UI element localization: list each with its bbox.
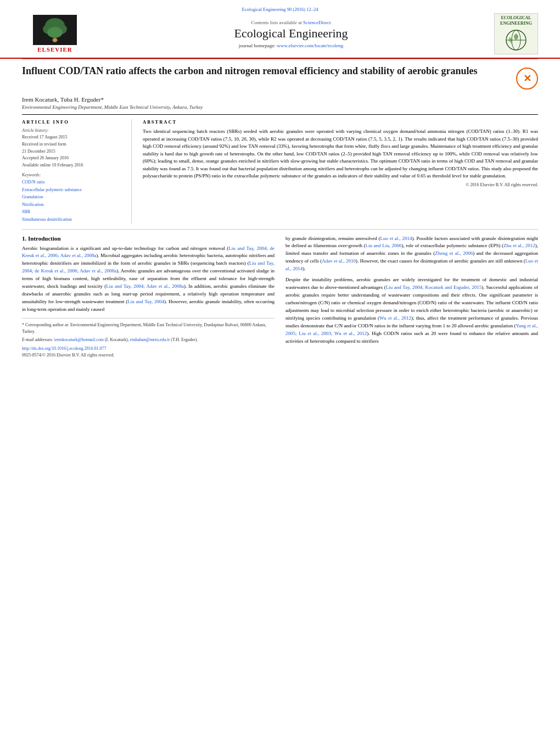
authors: Irem Kocaturk, Tuba H. Erguder* (22, 96, 538, 103)
keywords-list: COD/N ratio Extracellular polymeric subs… (22, 178, 124, 224)
keyword-1: COD/N ratio (22, 178, 124, 186)
main-content: 1. Introduction Aerobic biogranulation i… (22, 235, 538, 359)
keyword-5: SBR (22, 208, 124, 216)
elsevier-logo: ELSEVIER (22, 15, 88, 53)
intro-paragraph-right-1: by granule disintegration, remains unres… (285, 235, 538, 274)
crossmark-badge[interactable]: ✕ (516, 68, 538, 90)
contents-available: Contents lists available at ScienceDirec… (99, 20, 483, 25)
left-column: 1. Introduction Aerobic biogranulation i… (22, 235, 275, 359)
main-content-divider (22, 229, 538, 230)
article-history-label: Article history: (22, 128, 124, 133)
header-main: ELSEVIER Contents lists available at Sci… (22, 13, 538, 54)
journal-info: Contents lists available at ScienceDirec… (88, 20, 494, 48)
keyword-3: Granulation (22, 193, 124, 201)
svg-point-6 (52, 38, 58, 42)
right-column: by granule disintegration, remains unres… (285, 235, 538, 359)
article-history-section: Article history: Received 17 August 2015… (22, 128, 124, 169)
received-revised-label: Received in revised form (22, 141, 124, 148)
abstract-column: ABSTRACT Two identical sequencing batch … (143, 119, 538, 224)
journal-homepage: journal homepage: www.elsevier.com/locat… (99, 43, 483, 48)
eco-journal-logo: ECOLOGICALENGINEERING (494, 13, 538, 54)
eco-logo-text: ECOLOGICALENGINEERING (500, 15, 533, 53)
intro-section-title: 1. Introduction (22, 235, 275, 242)
available-date: Available online 10 February 2016 (22, 162, 124, 169)
article-info-abstract: ARTICLE INFO Article history: Received 1… (22, 114, 538, 224)
intro-paragraph-right-2: Despite the instability problems, aerobi… (285, 276, 538, 345)
title-section: Influent COD/TAN ratio affects the carbo… (22, 65, 538, 93)
accepted-date: Accepted 26 January 2016 (22, 155, 124, 162)
abstract-label: ABSTRACT (143, 119, 538, 125)
footnote-emails: E-mail addresses: iremkocaturk@hotmail.c… (22, 337, 275, 343)
intro-paragraph-1: Aerobic biogranulation is a significant … (22, 245, 275, 314)
elsevier-tree-icon (33, 15, 77, 45)
article-title: Influent COD/TAN ratio affects the carbo… (22, 65, 516, 77)
journal-header: Ecological Engineering 90 (2016) 12–24 (0, 0, 560, 59)
doi-link[interactable]: http://dx.doi.org/10.1016/j.ecoleng.2016… (22, 345, 275, 352)
svg-point-4 (47, 27, 63, 38)
copyright: © 2016 Elsevier B.V. All rights reserved… (143, 182, 538, 187)
article-info-column: ARTICLE INFO Article history: Received 1… (22, 119, 132, 224)
abstract-text: Two identical sequencing batch reactors … (143, 128, 538, 180)
received-date: Received 17 August 2015 (22, 134, 124, 141)
keyword-4: Nitrification (22, 201, 124, 209)
homepage-link[interactable]: www.elsevier.com/locate/ecoleng (277, 43, 343, 48)
keywords-section: Keywords: COD/N ratio Extracellular poly… (22, 172, 124, 224)
article-info-label: ARTICLE INFO (22, 119, 124, 125)
issn-line: 0925-8574/© 2016 Elsevier B.V. All right… (22, 352, 275, 359)
elsevier-wordmark: ELSEVIER (37, 46, 72, 53)
page: Ecological Engineering 90 (2016) 12–24 (0, 0, 560, 742)
footnote-corresponding: * Corresponding author at: Environmental… (22, 322, 275, 335)
keyword-2: Extracellular polymeric substance (22, 186, 124, 194)
keywords-label: Keywords: (22, 172, 124, 177)
article-body: Influent COD/TAN ratio affects the carbo… (0, 59, 560, 370)
article-dates: Received 17 August 2015 Received in revi… (22, 134, 124, 169)
journal-title: Ecological Engineering (99, 26, 483, 41)
received-revised-date: 21 December 2015 (22, 148, 124, 155)
journal-reference: Ecological Engineering 90 (2016) 12–24 (22, 4, 538, 13)
author-affiliation: Environmental Engineering Department, Mi… (22, 104, 538, 110)
footnotes: * Corresponding author at: Environmental… (22, 318, 275, 359)
keyword-6: Simultaneous denitrification (22, 216, 124, 224)
crossmark-icon: ✕ (523, 72, 531, 85)
